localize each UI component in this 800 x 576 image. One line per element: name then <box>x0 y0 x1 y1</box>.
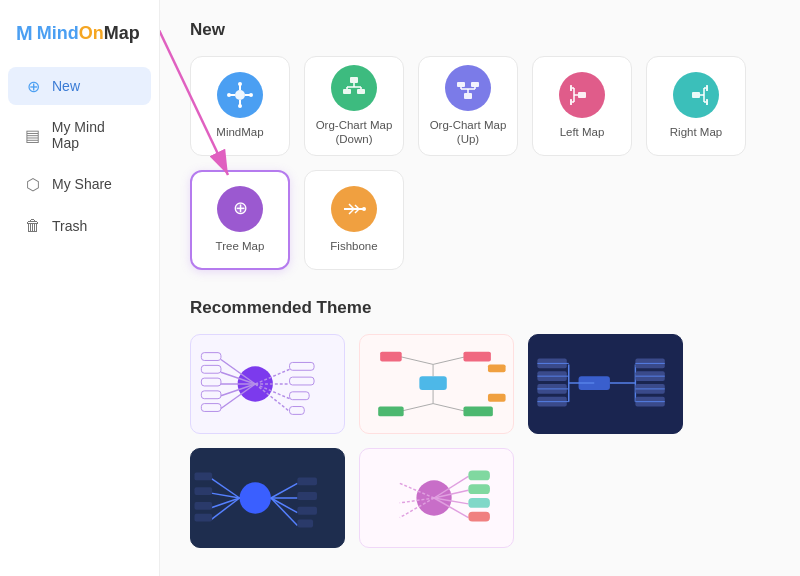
svg-line-70 <box>433 357 466 365</box>
left-map-icon <box>559 72 605 118</box>
fishbone-icon <box>331 186 377 232</box>
svg-rect-58 <box>290 362 315 370</box>
map-card-org-chart-up[interactable]: Org-Chart Map (Up) <box>418 56 518 156</box>
svg-rect-23 <box>471 82 479 87</box>
org-chart-up-icon <box>445 65 491 111</box>
sidebar-item-label: New <box>52 78 80 94</box>
org-chart-up-label: Org-Chart Map (Up) <box>419 119 517 147</box>
map-card-org-chart-down[interactable]: Org-Chart Map(Down) <box>304 56 404 156</box>
logo-text: MindOnMap <box>37 23 140 44</box>
map-card-fishbone[interactable]: Fishbone <box>304 170 404 270</box>
svg-line-104 <box>211 498 239 508</box>
fishbone-label: Fishbone <box>330 240 377 254</box>
svg-rect-118 <box>468 471 490 481</box>
svg-rect-69 <box>380 352 402 362</box>
svg-rect-122 <box>468 498 490 508</box>
svg-rect-56 <box>201 404 221 412</box>
svg-rect-50 <box>201 365 221 373</box>
svg-rect-29 <box>570 85 572 91</box>
theme-card-1[interactable] <box>190 334 345 434</box>
svg-point-9 <box>249 93 253 97</box>
svg-rect-62 <box>290 392 310 400</box>
svg-rect-77 <box>488 364 506 372</box>
content-area: New MindMap <box>190 20 770 548</box>
svg-rect-52 <box>201 378 221 386</box>
svg-rect-73 <box>378 407 403 417</box>
sidebar-item-my-share[interactable]: ⬡ My Share <box>8 165 151 203</box>
svg-rect-120 <box>468 484 490 494</box>
svg-line-114 <box>271 498 297 525</box>
theme-card-3[interactable] <box>528 334 683 434</box>
mindmap-label: MindMap <box>216 126 263 140</box>
sidebar-item-label: My Mind Map <box>52 119 135 151</box>
share-icon: ⬡ <box>24 175 42 193</box>
theme-grid <box>190 334 770 548</box>
svg-rect-31 <box>692 92 700 98</box>
svg-rect-111 <box>297 492 317 500</box>
folder-icon: ▤ <box>24 126 42 144</box>
left-map-label: Left Map <box>560 126 605 140</box>
org-chart-down-label: Org-Chart Map(Down) <box>316 119 393 147</box>
svg-line-112 <box>271 498 297 513</box>
new-icon: ⊕ <box>24 77 42 95</box>
theme-card-4[interactable] <box>190 448 345 548</box>
theme-card-5[interactable] <box>359 448 514 548</box>
svg-rect-76 <box>488 394 506 402</box>
map-type-grid: MindMap Org-Chart Map(Down) <box>190 56 770 270</box>
svg-rect-75 <box>463 407 492 417</box>
org-chart-down-icon <box>331 65 377 111</box>
sidebar-item-label: Trash <box>52 218 87 234</box>
svg-line-74 <box>433 404 466 412</box>
svg-rect-17 <box>464 93 472 99</box>
map-card-tree-map[interactable]: ⊕ Tree Map <box>190 170 290 270</box>
svg-rect-64 <box>290 407 305 415</box>
svg-rect-24 <box>578 92 586 98</box>
svg-line-68 <box>400 357 433 365</box>
svg-point-45 <box>362 207 366 211</box>
sidebar-item-new[interactable]: ⊕ New <box>8 67 151 105</box>
sidebar-item-label: My Share <box>52 176 112 192</box>
svg-rect-30 <box>570 99 572 105</box>
sidebar-item-trash[interactable]: 🗑 Trash <box>8 207 151 245</box>
svg-rect-109 <box>297 477 317 485</box>
svg-rect-105 <box>194 502 212 510</box>
logo-icon: M <box>16 22 33 45</box>
svg-point-6 <box>238 82 242 86</box>
new-section-title: New <box>190 20 770 40</box>
svg-line-108 <box>271 483 297 498</box>
map-card-left-map[interactable]: Left Map <box>532 56 632 156</box>
svg-rect-101 <box>194 473 212 481</box>
trash-icon: 🗑 <box>24 217 42 235</box>
svg-rect-48 <box>201 353 221 361</box>
svg-rect-71 <box>463 352 490 362</box>
svg-point-7 <box>238 104 242 108</box>
map-card-right-map[interactable]: Right Map <box>646 56 746 156</box>
map-card-mindmap[interactable]: MindMap <box>190 56 290 156</box>
svg-rect-16 <box>357 89 365 94</box>
right-map-label: Right Map <box>670 126 722 140</box>
svg-rect-10 <box>350 77 358 83</box>
sidebar: M MindOnMap ⊕ New ▤ My Mind Map ⬡ My Sha… <box>0 0 160 576</box>
svg-point-8 <box>227 93 231 97</box>
svg-rect-60 <box>290 377 315 385</box>
svg-point-99 <box>240 482 271 513</box>
svg-text:⊕: ⊕ <box>233 198 248 218</box>
theme-card-2[interactable] <box>359 334 514 434</box>
svg-rect-103 <box>194 487 212 495</box>
sidebar-item-my-mind-map[interactable]: ▤ My Mind Map <box>8 109 151 161</box>
svg-point-1 <box>235 90 245 100</box>
logo: M MindOnMap <box>0 12 159 63</box>
svg-rect-36 <box>706 85 708 91</box>
svg-line-72 <box>400 404 433 412</box>
mindmap-icon <box>217 72 263 118</box>
svg-rect-54 <box>201 391 221 399</box>
tree-map-label: Tree Map <box>216 240 265 254</box>
tree-map-icon: ⊕ <box>217 186 263 232</box>
svg-rect-37 <box>706 99 708 105</box>
recommended-section-title: Recommended Theme <box>190 298 770 318</box>
svg-rect-22 <box>457 82 465 87</box>
svg-line-106 <box>211 498 239 520</box>
right-map-icon <box>673 72 719 118</box>
svg-rect-113 <box>297 507 317 515</box>
svg-rect-115 <box>297 520 313 528</box>
